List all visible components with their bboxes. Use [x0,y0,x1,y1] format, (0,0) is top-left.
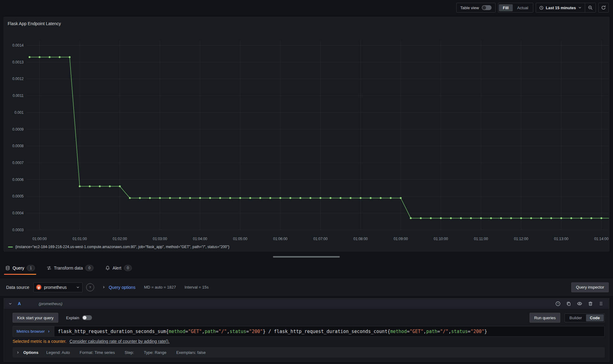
add-rate-link[interactable]: Consider calculating rate of counter by … [70,339,170,344]
datasource-select[interactable]: prometheus [33,282,82,292]
tab-query[interactable]: Query 1 [4,261,36,275]
series-point [540,217,542,219]
y-tick-label: 0.001 [14,110,24,115]
promql-token: path [205,329,216,334]
series-point [139,197,141,199]
toggle-visibility-icon[interactable] [577,301,582,306]
refresh-button[interactable] [598,3,609,13]
promql-token: "200" [249,329,263,334]
series-point [390,197,392,199]
tab-alert[interactable]: Alert 0 [104,261,133,275]
table-view-control: Table view [456,3,496,13]
query-row-header[interactable]: A (prometheus) ? [4,298,609,309]
clock-icon [539,6,544,10]
query-ref-id: A [18,301,21,306]
promql-token: "200" [470,329,484,334]
series-point [510,217,512,219]
duplicate-query-icon[interactable] [566,301,571,306]
datasource-help-button[interactable]: ? [86,283,94,291]
chevron-right-icon [47,330,50,333]
metrics-browser-button[interactable]: Metrics browser [13,326,54,337]
series-point [79,185,81,187]
tab-transform-data[interactable]: Transform data 0 [45,261,95,275]
x-tick-label: 01:13:00 [554,237,569,241]
series-point [470,217,472,219]
time-range-button[interactable]: Last 15 minutes [536,3,585,12]
warning-text: Selected metric is a counter. [13,339,67,344]
series-point [450,217,452,219]
legend-series-label: {instance="ec2-184-169-216-224.us-west-1… [15,245,229,249]
series-point [460,217,462,219]
series-point [119,185,121,187]
y-tick-label: 0.0003 [12,228,24,232]
series-point [339,197,341,199]
series-point [109,185,111,187]
top-toolbar: Table view Fill Actual Last 15 minutes [456,2,609,13]
series-point [500,217,502,219]
tab-label: Alert [113,266,121,270]
help-icon: ? [88,285,92,289]
x-tick-label: 01:05:00 [233,237,247,241]
promql-token: method [390,329,407,334]
y-tick-label: 0.0014 [12,43,24,48]
promql-token: = [246,329,249,334]
series-point [480,217,482,219]
svg-text:?: ? [557,302,559,305]
code-option[interactable]: Code [586,314,604,321]
datasource-value: prometheus [44,285,74,290]
chart-legend[interactable]: {instance="ec2-184-169-216-224.us-west-1… [8,245,229,249]
query-options-toggle[interactable]: Query options [102,285,135,290]
y-tick-label: 0.0013 [12,60,24,64]
promql-token: method [169,329,185,334]
series-point [239,197,241,199]
query-toolbar-row: Kick start your query Explain Run querie… [13,313,605,323]
collapse-chevron-icon[interactable] [8,302,12,306]
query-options-strip[interactable]: Options Legend: Auto Format: Time series… [13,347,605,358]
promql-token: = [185,329,188,334]
counter-warning: Selected metric is a counter. Consider c… [13,339,605,344]
promql-token: flask_http_request_duration_seconds_sum{ [58,329,169,334]
y-tick-label: 0.0009 [12,127,24,132]
y-tick-label: 0.0011 [13,94,24,98]
series-point [550,217,552,219]
y-tick-label: 0.0012 [12,77,24,81]
series-point [350,197,351,199]
run-queries-button[interactable]: Run queries [530,313,560,323]
explain-label: Explain [66,316,79,320]
promql-expression-input[interactable]: flask_http_request_duration_seconds_sum{… [54,326,605,337]
chevron-down-icon [76,285,80,289]
series-point [440,217,442,219]
actual-option[interactable]: Actual [513,4,532,11]
promql-token: , [448,329,451,334]
refresh-icon [601,5,606,10]
drag-handle-icon[interactable] [599,301,603,306]
zoom-out-icon [588,5,593,10]
fill-actual-switch: Fill Actual [498,3,533,13]
promql-token: = [407,329,410,334]
svg-text:?: ? [90,286,91,289]
kick-start-query-button[interactable]: Kick start your query [13,313,58,323]
series-point [169,197,171,199]
tab-count-badge: 0 [85,265,94,271]
series-point [189,197,191,199]
promql-token: "/" [219,329,227,334]
query-help-icon[interactable]: ? [555,301,561,306]
panel-resize-handle[interactable] [273,256,340,258]
builder-option[interactable]: Builder [565,314,586,321]
max-data-points-text: MD = auto = 1827 [144,285,176,289]
delete-query-icon[interactable] [588,301,593,306]
option-exemplars: Exemplars: false [176,350,206,355]
explain-toggle[interactable] [82,315,92,320]
series-point [199,197,201,199]
series-point [229,197,231,199]
promql-token: = [216,329,219,334]
promql-token: = [468,329,470,334]
table-view-toggle[interactable] [482,5,492,10]
fill-option[interactable]: Fill [499,4,513,11]
zoom-out-time-button[interactable] [585,3,596,12]
x-tick-label: 01:01:00 [73,237,87,241]
time-range-label: Last 15 minutes [546,6,576,10]
tab-count-badge: 1 [27,265,35,271]
y-tick-label: 0.0005 [12,194,24,198]
query-inspector-button[interactable]: Query inspector [571,282,609,292]
